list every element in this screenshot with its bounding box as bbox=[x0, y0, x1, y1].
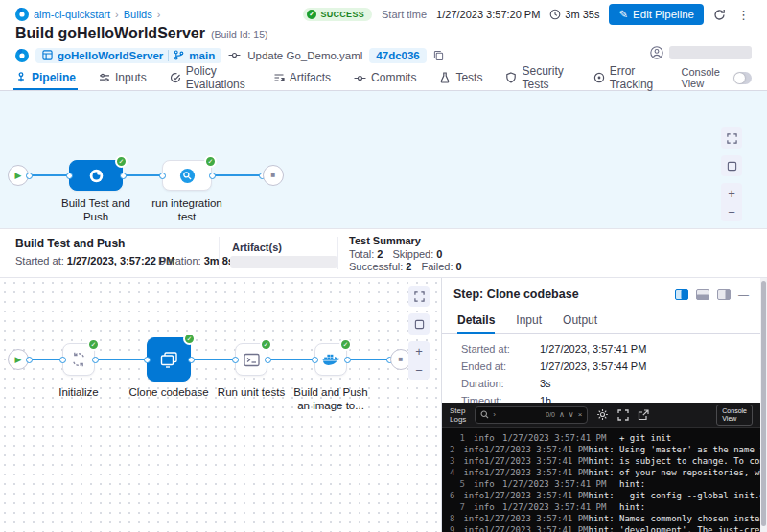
zoom-out-button[interactable]: − bbox=[721, 202, 742, 221]
copy-icon[interactable] bbox=[433, 50, 444, 61]
step-node-initialize[interactable]: ✓ bbox=[62, 343, 95, 376]
error-tracking-icon bbox=[593, 72, 605, 83]
log-line: 3info1/27/2023 3:57:41 PMhint: is subjec… bbox=[450, 455, 760, 467]
stop-icon: ■ bbox=[399, 356, 404, 363]
pencil-icon: ✎ bbox=[618, 8, 628, 21]
zoom-in-button[interactable]: + bbox=[721, 183, 742, 202]
breadcrumb-project-link[interactable]: aim-ci-quickstart bbox=[34, 9, 110, 20]
log-line: 7info1/27/2023 3:57:41 PMhint: bbox=[450, 501, 760, 513]
log-line: 6info1/27/2023 3:57:41 PMhint: git confi… bbox=[450, 490, 760, 501]
stage-node-build-test-and-push[interactable]: ✓ bbox=[69, 160, 123, 191]
tab-inputs[interactable]: Inputs bbox=[99, 65, 147, 90]
tab-error-tracking[interactable]: Error Tracking bbox=[593, 65, 659, 90]
artifacts-label: Artifact(s) bbox=[232, 242, 282, 253]
page-title: Build goHelloWorldServer bbox=[15, 25, 205, 42]
step-tab-input[interactable]: Input bbox=[516, 307, 542, 333]
stage-started-at: Started at: 1/27/2023, 3:57:22 PM bbox=[15, 255, 174, 266]
layout-bottom-drawer-icon[interactable] bbox=[696, 289, 709, 300]
tab-security-tests[interactable]: Security Tests bbox=[505, 65, 569, 90]
stage-link bbox=[212, 174, 263, 176]
step-link bbox=[191, 359, 235, 360]
minimize-panel-icon[interactable]: — bbox=[738, 289, 749, 300]
link-connector bbox=[92, 357, 99, 363]
tab-artifacts[interactable]: Artifacts bbox=[273, 65, 331, 90]
edit-pipeline-button[interactable]: ✎ Edit Pipeline bbox=[609, 4, 704, 25]
log-line: 9info1/27/2023 3:57:41 PMhint: 'developm… bbox=[450, 524, 760, 532]
step-logs-console: StepLogs › 0/0 ∧ ∨ × bbox=[442, 403, 760, 532]
step-node-clone-codebase[interactable]: ✓ bbox=[147, 337, 191, 382]
status-badge: ✓ SUCCESS bbox=[303, 8, 372, 21]
test-summary-line2: Successful: 2Failed: 0 bbox=[349, 261, 462, 272]
build-tabs: Pipeline Inputs Policy Evaluations Artif… bbox=[0, 65, 767, 91]
test-summary-line1: Total: 2Skipped: 0 bbox=[349, 248, 442, 260]
harness-build-page: aim-ci-quickstart › Builds › ✓ SUCCESS S… bbox=[0, 0, 767, 532]
artifacts-icon bbox=[273, 72, 285, 83]
fit-to-screen-icon[interactable] bbox=[721, 155, 742, 176]
breadcrumb-separator: › bbox=[115, 9, 119, 20]
user-icon bbox=[650, 46, 663, 59]
success-check-badge: ✓ bbox=[115, 155, 128, 168]
repo-branch-pill[interactable]: goHelloWorldServer main bbox=[35, 48, 221, 63]
stage-node-run-integration-test[interactable]: ✓ bbox=[162, 160, 212, 191]
tab-policy-evaluations[interactable]: Policy Evaluations bbox=[170, 65, 250, 90]
zoom-out-button[interactable]: − bbox=[408, 360, 430, 380]
step-link bbox=[29, 359, 62, 360]
elapsed-duration: 3m 35s bbox=[549, 9, 599, 20]
log-open-external-icon[interactable] bbox=[638, 409, 649, 421]
link-connector bbox=[144, 357, 151, 363]
step-node-run-unit-tests[interactable]: ✓ bbox=[235, 343, 267, 376]
layout-right-drawer-icon[interactable] bbox=[675, 289, 688, 300]
step-tab-details[interactable]: Details bbox=[457, 307, 495, 333]
breadcrumb: aim-ci-quickstart › Builds › bbox=[15, 8, 160, 21]
search-prompt: › bbox=[493, 410, 496, 419]
search-next-icon[interactable]: ∨ bbox=[569, 410, 574, 419]
stage-graph-canvas: ▶ ✓ ✓ ■ Build Test andPush run integrati… bbox=[0, 91, 767, 228]
shield-icon bbox=[505, 72, 517, 83]
step-label: Clone codebase bbox=[123, 385, 215, 399]
harness-logo-icon bbox=[15, 8, 29, 21]
stage-label: run integrationtest bbox=[141, 197, 233, 223]
search-icon bbox=[480, 410, 489, 419]
stage-end-node[interactable]: ■ bbox=[263, 165, 284, 186]
redacted-artifact bbox=[230, 256, 337, 268]
log-fullscreen-icon[interactable] bbox=[617, 409, 629, 421]
repo-name: goHelloWorldServer bbox=[58, 50, 163, 61]
docker-icon bbox=[321, 350, 340, 369]
status-badge-label: SUCCESS bbox=[320, 10, 364, 19]
console-view-button[interactable]: ConsoleView bbox=[716, 405, 753, 426]
step-started-row: Started at:1/27/2023, 3:57:41 PM bbox=[461, 343, 760, 355]
search-prev-icon[interactable]: ∧ bbox=[559, 410, 565, 419]
tab-pipeline[interactable]: Pipeline bbox=[15, 65, 76, 90]
fit-to-screen-icon[interactable] bbox=[408, 313, 430, 335]
success-check-badge: ✓ bbox=[204, 155, 217, 168]
more-options-icon[interactable]: ⋮ bbox=[735, 8, 752, 22]
scrollbar[interactable] bbox=[760, 278, 767, 532]
tab-tests[interactable]: Tests bbox=[439, 65, 482, 90]
search-clear-icon[interactable]: × bbox=[578, 410, 583, 419]
fullscreen-icon[interactable] bbox=[721, 127, 742, 149]
console-view-toggle[interactable] bbox=[733, 72, 752, 84]
commit-sha-pill[interactable]: 47dc036 bbox=[369, 48, 426, 63]
scrollbar-thumb[interactable] bbox=[761, 281, 766, 526]
step-link bbox=[267, 359, 314, 360]
refresh-icon[interactable] bbox=[713, 9, 726, 21]
zoom-in-button[interactable]: + bbox=[408, 341, 430, 360]
breadcrumb-builds-link[interactable]: Builds bbox=[124, 9, 152, 20]
log-search-input[interactable]: › 0/0 ∧ ∨ × bbox=[475, 406, 588, 424]
step-duration-row: Duration:3s bbox=[461, 378, 760, 389]
layout-right-minimized-icon[interactable] bbox=[717, 289, 731, 300]
step-label: Initialize bbox=[38, 385, 119, 399]
step-node-build-and-push-image[interactable]: ✓ bbox=[314, 343, 347, 376]
integration-test-icon bbox=[179, 168, 196, 184]
policy-check-icon bbox=[170, 72, 181, 83]
link-connector bbox=[59, 357, 66, 363]
commit-icon bbox=[228, 50, 241, 60]
step-logs-title: StepLogs bbox=[450, 406, 466, 424]
user-menu[interactable] bbox=[650, 46, 752, 59]
link-connector bbox=[120, 173, 127, 179]
fullscreen-icon[interactable] bbox=[408, 286, 430, 307]
log-settings-gear-icon[interactable] bbox=[596, 408, 609, 421]
tab-commits[interactable]: Commits bbox=[354, 65, 416, 90]
step-tab-output[interactable]: Output bbox=[563, 307, 597, 333]
log-line: 1info1/27/2023 3:57:41 PM+ git init bbox=[450, 432, 760, 444]
